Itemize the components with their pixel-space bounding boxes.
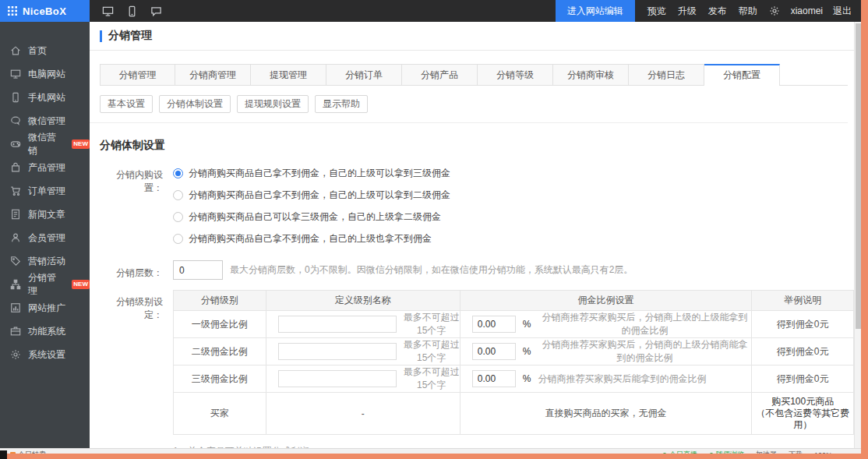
level-setting-row: 分销级别设定： 分销级别 定义级别名称 佣金比例设置 举例说明 一级佣金比例 最… <box>100 290 854 435</box>
news-doc-icon <box>10 209 21 220</box>
level-cell: 二级佣金比例 <box>174 338 266 365</box>
sidebar-item-label: 系统设置 <box>28 348 65 362</box>
mobile-view-icon[interactable] <box>126 5 138 17</box>
sidebar-item-products[interactable]: 产品管理 <box>0 156 90 179</box>
sidebar-item-home[interactable]: 首页 <box>0 39 90 62</box>
level2-name-input[interactable] <box>278 343 397 360</box>
table-header-row: 分销级别 定义级别名称 佣金比例设置 举例说明 <box>174 291 854 311</box>
sidebar-item-pc-site[interactable]: 电脑网站 <box>0 62 90 86</box>
show-help-button[interactable]: 显示帮助 <box>315 95 368 113</box>
publish-link[interactable]: 发布 <box>708 5 727 18</box>
settings-toolbar: 基本设置 分销体制设置 提现规则设置 显示帮助 <box>100 95 854 113</box>
sidebar-item-label: 会员管理 <box>28 231 65 245</box>
tab-distributor-review[interactable]: 分销商审核 <box>553 64 629 85</box>
app-logo[interactable]: NiceBoX <box>0 0 90 22</box>
tab-distribution-mgmt[interactable]: 分销管理 <box>100 64 175 85</box>
level1-name-input[interactable] <box>278 316 397 333</box>
level-cell: 三级佣金比例 <box>174 365 266 393</box>
distribution-levels-label: 分销层数： <box>100 260 163 280</box>
sidebar-item-label: 分销管理 <box>28 271 63 298</box>
chat-view-icon[interactable] <box>150 5 162 17</box>
example-cell: 得到佣金0元 <box>752 365 854 393</box>
tab-withdrawal-mgmt[interactable]: 提现管理 <box>251 64 326 85</box>
username[interactable]: xiaomei <box>791 5 823 16</box>
sidebar-item-features[interactable]: 功能系统 <box>0 320 90 343</box>
tab-distribution-levels[interactable]: 分销等级 <box>478 64 553 85</box>
table-row-buyer: 买家 - 直接购买商品的买家，无佣金 购买100元商品 （不包含运费等其它费用） <box>174 393 854 435</box>
tab-distribution-orders[interactable]: 分销订单 <box>326 64 402 85</box>
scrollbar-thumb[interactable] <box>856 23 861 329</box>
col-header-name: 定义级别名称 <box>266 291 460 311</box>
internal-purchase-label: 分销内购设置： <box>100 162 163 195</box>
buyer-name-cell: - <box>266 393 460 435</box>
level2-rate-input[interactable] <box>472 343 516 360</box>
help-link[interactable]: 帮助 <box>739 5 757 18</box>
distribution-levels-row: 分销层数： 最大分销商层数，0为不限制。因微信分销限制，如在微信使用分销功能，系… <box>100 260 854 280</box>
page-header: 分销管理 <box>90 22 854 51</box>
sidebar-item-label: 电脑网站 <box>28 68 65 81</box>
col-header-rate: 佣金比例设置 <box>460 291 752 311</box>
radio-group: 分销商购买商品自己拿不到佣金，自己的上级可以拿到三级佣金 分销商购买商品自己拿不… <box>173 162 450 249</box>
level3-rate-input[interactable] <box>472 370 516 387</box>
orange-frame-bottom <box>6 454 868 459</box>
radio-option-1[interactable]: 分销商购买商品自己拿不到佣金，自己的上级可以拿到三级佣金 <box>173 162 450 184</box>
settings-gear-icon[interactable] <box>769 5 780 16</box>
sidebar-item-marketing[interactable]: 营销活动 <box>0 249 90 273</box>
sidebar-item-orders[interactable]: 订单管理 <box>0 179 90 203</box>
level1-rate-input[interactable] <box>472 316 516 333</box>
sidebar-item-wechat[interactable]: 微信管理 <box>0 109 90 132</box>
sidebar-item-label: 网站推广 <box>28 302 65 315</box>
radio-option-3[interactable]: 分销商购买商品自己可以拿三级佣金，自己的上级拿二级佣金 <box>173 206 450 228</box>
radio-selected-icon[interactable] <box>173 168 183 178</box>
sidebar-item-promotion[interactable]: 网站推广 <box>0 296 90 320</box>
tag-icon <box>10 256 21 267</box>
radio-unselected-icon[interactable] <box>173 190 183 200</box>
logout-link[interactable]: 退出 <box>833 5 852 18</box>
title-accent-bar <box>100 30 102 42</box>
sidebar-item-label: 微信管理 <box>28 115 65 128</box>
buyer-desc-cell: 直接购买商品的买家，无佣金 <box>460 393 752 435</box>
desktop-icon <box>10 69 21 79</box>
sidebar-item-distribution[interactable]: 分销管理 NEW <box>0 273 90 296</box>
sidebar-item-system-settings[interactable]: 系统设置 <box>0 343 90 366</box>
radio-option-2[interactable]: 分销商购买商品自己拿不到佣金，自己的上级可以拿到二级佣金 <box>173 184 450 206</box>
sidebar-item-mobile-site[interactable]: 手机网站 <box>0 86 90 109</box>
withdrawal-rules-settings-button[interactable]: 提现规则设置 <box>237 95 309 113</box>
internal-purchase-row: 分销内购设置： 分销商购买商品自己拿不到佣金，自己的上级可以拿到三级佣金 分销商… <box>100 162 854 249</box>
radio-unselected-icon[interactable] <box>173 212 183 222</box>
radio-unselected-icon[interactable] <box>173 234 183 244</box>
level-setting-label: 分销级别设定： <box>100 290 163 322</box>
sidebar-item-news[interactable]: 新闻文章 <box>0 203 90 226</box>
sidebar-item-members[interactable]: 会员管理 <box>0 226 90 249</box>
tab-distributor-mgmt[interactable]: 分销商管理 <box>175 64 251 85</box>
desktop-view-icon[interactable] <box>102 5 114 17</box>
basic-settings-button[interactable]: 基本设置 <box>100 95 153 113</box>
settings-content: 分销体制设置 分销内购设置： 分销商购买商品自己拿不到佣金，自己的上级可以拿到三… <box>90 139 854 448</box>
tab-distribution-config[interactable]: 分销配置 <box>704 64 780 86</box>
device-switcher <box>102 5 162 17</box>
distribution-sitemap-icon <box>10 279 21 290</box>
tab-distribution-log[interactable]: 分销日志 <box>629 64 704 85</box>
radio-option-label: 分销商购买商品自己拿不到佣金，自己的上级可以拿到二级佣金 <box>189 189 450 202</box>
sidebar-item-wechat-marketing[interactable]: 微信营销 NEW <box>0 132 90 156</box>
tab-bar: 分销管理 分销商管理 提现管理 分销订单 分销产品 分销等级 分销商审核 分销日… <box>100 64 848 86</box>
radio-option-4[interactable]: 分销商购买商品自己拿不到佣金，自己的上级也拿不到佣金 <box>173 228 450 249</box>
sidebar-item-label: 微信营销 <box>28 131 63 157</box>
tab-distribution-products[interactable]: 分销产品 <box>402 64 478 85</box>
rate-desc: 分销商推荐买家购买后，分销商上级的上级能拿到的佣金比例 <box>538 311 751 337</box>
product-bag-icon <box>10 162 21 173</box>
distribution-system-settings-button[interactable]: 分销体制设置 <box>159 95 231 113</box>
level3-name-input[interactable] <box>278 370 397 387</box>
enter-site-edit-button[interactable]: 进入网站编辑 <box>556 0 635 22</box>
preview-link[interactable]: 预览 <box>647 5 666 18</box>
sidebar-item-label: 营销活动 <box>28 255 65 268</box>
levels-hint: 最大分销商层数，0为不限制。因微信分销限制，如在微信使用分销功能，系统默认最高只… <box>230 263 633 277</box>
levels-input[interactable] <box>173 260 223 280</box>
sidebar-item-label: 手机网站 <box>28 91 65 104</box>
mobile-icon <box>10 92 21 103</box>
logo-text: NiceBoX <box>23 5 66 17</box>
briefcase-icon <box>10 326 21 337</box>
vertical-scrollbar[interactable] <box>854 22 861 448</box>
level-cell: 买家 <box>174 393 266 435</box>
upgrade-link[interactable]: 升级 <box>678 5 697 18</box>
